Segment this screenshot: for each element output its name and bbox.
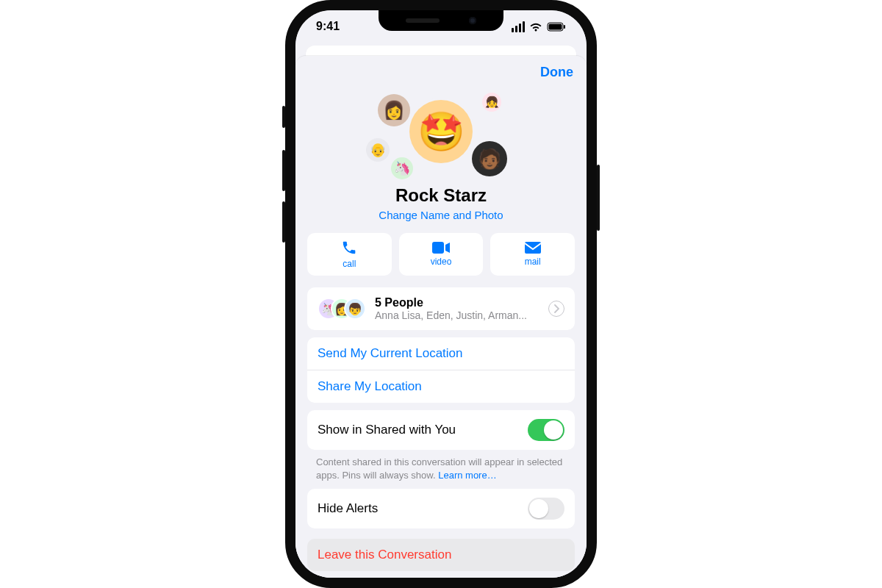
shared-footer: Content shared in this conversation will… [295,450,587,481]
svg-rect-4 [525,242,541,254]
hide-alerts-toggle[interactable] [528,498,564,520]
people-group: 🦄👩👦 5 People Anna Lisa, Eden, Justin, Ar… [307,287,575,330]
video-icon [432,242,450,254]
mail-button[interactable]: mail [490,233,575,276]
done-button[interactable]: Done [540,65,573,80]
svg-rect-2 [564,25,565,29]
hide-alerts-label: Hide Alerts [318,501,378,516]
people-count: 5 People [375,296,527,309]
member-avatar: 👩 [378,94,410,126]
show-shared-label: Show in Shared with You [318,423,456,437]
power-button [597,165,600,231]
member-avatar: 👴 [366,138,390,162]
iphone-frame: 9:41 Done 👩 👧 🤩 👴 🦄 [285,0,597,588]
leave-conversation[interactable]: Leave this Conversation [307,539,575,571]
group-name: Rock Starz [295,185,587,206]
people-row[interactable]: 🦄👩👦 5 People Anna Lisa, Eden, Justin, Ar… [307,287,575,330]
alerts-group: Hide Alerts [307,489,575,528]
change-name-photo-link[interactable]: Change Name and Photo [295,209,587,221]
mail-label: mail [525,257,541,267]
show-shared-row: Show in Shared with You [307,410,575,450]
group-photo: 🤩 [409,100,473,163]
show-shared-toggle[interactable] [528,419,564,441]
wifi-icon [529,22,542,32]
share-my-location[interactable]: Share My Location [307,370,575,403]
people-names: Anna Lisa, Eden, Justin, Arman... [375,309,527,321]
svg-rect-1 [549,24,562,29]
status-time: 9:41 [316,20,340,33]
cellular-icon [512,21,525,32]
hide-alerts-row: Hide Alerts [307,489,575,528]
details-sheet: Done 👩 👧 🤩 👴 🦄 🧑🏾 Rock Starz Change Name… [295,56,587,578]
svg-rect-3 [432,242,444,254]
location-group: Send My Current Location Share My Locati… [307,337,575,403]
notch [379,10,503,31]
video-label: video [431,257,452,267]
chevron-right-icon [548,301,564,317]
call-label: call [343,259,356,269]
group-avatar-cluster[interactable]: 👩 👧 🤩 👴 🦄 🧑🏾 [295,90,587,181]
learn-more-link[interactable]: Learn more… [438,470,496,481]
video-button[interactable]: video [399,233,484,276]
send-current-location[interactable]: Send My Current Location [307,337,575,370]
mail-icon [525,242,541,254]
screen: 9:41 Done 👩 👧 🤩 👴 🦄 [295,10,587,578]
member-avatar: 👧 [482,93,501,112]
call-button[interactable]: call [307,233,392,276]
people-avatars: 🦄👩👦 [318,298,366,320]
shared-group: Show in Shared with You [307,410,575,450]
member-avatar: 🧑🏾 [472,141,507,176]
leave-group: Leave this Conversation [307,539,575,571]
volume-up [282,150,285,191]
member-avatar: 🦄 [391,157,413,179]
quick-actions: call video mail [295,221,587,280]
volume-down [282,201,285,243]
battery-icon [547,22,566,32]
mute-switch [282,106,285,128]
phone-icon [341,240,357,256]
